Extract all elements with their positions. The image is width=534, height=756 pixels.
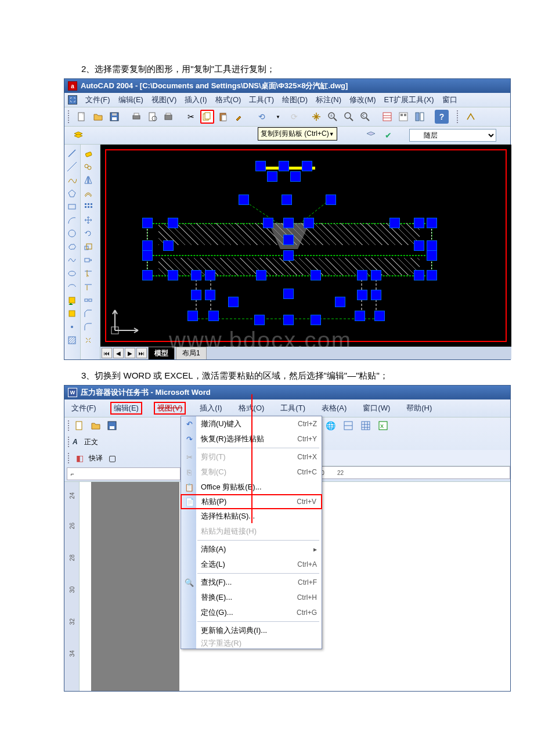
layer-states-button[interactable]: ✔ <box>381 128 395 142</box>
word-menu-table[interactable]: 表格(A) <box>322 403 347 413</box>
tab-next[interactable]: ▶ <box>125 348 135 358</box>
word-menu-file[interactable]: 文件(F) <box>71 403 96 413</box>
wtb-hyperlink[interactable]: 🌐 <box>324 419 338 433</box>
toolbar-grip[interactable] <box>68 110 71 123</box>
erase-tool[interactable] <box>81 147 96 160</box>
menu-view[interactable]: 视图(V) <box>151 95 176 105</box>
makeblock-tool[interactable] <box>64 307 80 320</box>
mi-goto[interactable]: 定位(G)...Ctrl+G <box>181 605 322 620</box>
zoom-realtime-button[interactable]: ± <box>326 110 340 124</box>
offset-tool[interactable] <box>81 187 96 200</box>
mi-ime-dict[interactable]: 更新输入法词典(I)... <box>181 623 322 638</box>
quicktrans-label[interactable]: 快译 <box>89 453 103 463</box>
mi-clear[interactable]: 清除(A)▸ <box>181 542 322 557</box>
matchprop-button[interactable] <box>233 110 247 124</box>
open-button[interactable] <box>91 110 105 124</box>
tab-last[interactable]: ⏭ <box>136 348 147 358</box>
redo-button[interactable]: ⟳ <box>287 110 301 124</box>
undo-button[interactable]: ⟲ <box>255 110 269 124</box>
wtb-insert-xls[interactable]: X <box>376 419 390 433</box>
insertblock-tool[interactable] <box>64 294 80 307</box>
pline-tool[interactable] <box>64 174 80 186</box>
word-save-button[interactable] <box>105 419 119 433</box>
arc-tool[interactable] <box>64 214 80 226</box>
trim-tool[interactable] <box>81 267 96 280</box>
menu-insert[interactable]: 插入(I) <box>185 95 207 105</box>
save-button[interactable] <box>107 110 121 124</box>
spline-tool[interactable] <box>64 254 80 267</box>
chamfer-tool[interactable] <box>81 307 96 320</box>
mirror-tool[interactable] <box>81 174 96 186</box>
model-tab[interactable]: 模型 <box>148 347 175 360</box>
draworder-button[interactable] <box>464 110 478 124</box>
menu-dim[interactable]: 标注(N) <box>316 95 341 105</box>
revcloud-tool[interactable] <box>64 240 80 253</box>
point-tool[interactable] <box>64 321 80 333</box>
quicktrans-icon[interactable]: ◧ <box>73 451 86 465</box>
help-button[interactable]: ? <box>435 110 449 124</box>
quicktrans-btn[interactable]: ▢ <box>105 451 119 465</box>
extend-tool[interactable] <box>81 280 96 293</box>
new-button[interactable] <box>75 110 89 124</box>
break-tool[interactable] <box>81 294 96 307</box>
array-tool[interactable] <box>81 200 96 213</box>
hatch-tool[interactable] <box>64 334 80 347</box>
layout1-tab[interactable]: 布局1 <box>176 347 207 360</box>
tab-first[interactable]: ⏮ <box>102 348 112 358</box>
word-menu-view[interactable]: 视图(V) <box>154 402 186 415</box>
fillet-tool[interactable] <box>81 321 96 333</box>
menu-modify[interactable]: 修改(M) <box>349 95 376 105</box>
zoom-previous-button[interactable] <box>358 110 372 124</box>
properties-button[interactable] <box>380 110 394 124</box>
copyclip-button[interactable] <box>200 110 214 124</box>
zoom-window-button[interactable] <box>342 110 356 124</box>
layermanager-button[interactable] <box>71 128 85 142</box>
word-menu-edit[interactable]: 编辑(E) <box>110 402 142 415</box>
paste-button[interactable] <box>217 110 230 124</box>
move-tool[interactable] <box>81 214 96 226</box>
word-menu-help[interactable]: 帮助(H) <box>406 403 432 413</box>
wtb-insert-table[interactable] <box>359 419 373 433</box>
designcenter-button[interactable] <box>396 110 410 124</box>
word-style-label[interactable]: 正文 <box>84 437 113 447</box>
xline-tool[interactable] <box>64 160 80 173</box>
line-tool[interactable] <box>64 147 80 160</box>
menu-file[interactable]: 文件(F) <box>85 95 110 105</box>
toolpalettes-button[interactable] <box>413 110 427 124</box>
explode-tool[interactable] <box>81 334 96 347</box>
word-open-button[interactable] <box>89 419 103 433</box>
tab-indent-marker[interactable]: ⌐ <box>71 471 74 477</box>
prev-layer-button[interactable] <box>364 128 378 142</box>
menu-tools[interactable]: 工具(T) <box>249 95 274 105</box>
ellipse-tool[interactable] <box>64 267 80 280</box>
word-new-button[interactable] <box>73 419 86 433</box>
mi-find[interactable]: 🔍查找(F)...Ctrl+F <box>181 575 322 590</box>
menu-et[interactable]: ET扩展工具(X) <box>384 95 434 105</box>
copy-tool[interactable] <box>81 160 96 173</box>
circle-tool[interactable] <box>64 227 80 240</box>
menu-format[interactable]: 格式(O) <box>215 95 241 105</box>
stretch-tool[interactable] <box>81 254 96 267</box>
scale-tool[interactable] <box>81 240 96 253</box>
publish-button[interactable] <box>162 110 176 124</box>
rectangle-tool[interactable] <box>64 200 80 213</box>
word-menu-window[interactable]: 窗口(W) <box>363 403 390 413</box>
preview-button[interactable] <box>146 110 160 124</box>
toolbar-grip-2[interactable] <box>457 110 460 123</box>
undo-dropdown[interactable]: ▼ <box>271 110 285 124</box>
tab-prev[interactable]: ◀ <box>113 348 124 358</box>
mi-replace[interactable]: 替换(E)...Ctrl+H <box>181 590 322 605</box>
mi-selectall[interactable]: 全选(L)Ctrl+A <box>181 557 322 572</box>
print-button[interactable] <box>129 110 143 124</box>
rotate-tool[interactable] <box>81 227 96 240</box>
menu-edit[interactable]: 编辑(E) <box>118 95 143 105</box>
word-menu-tools[interactable]: 工具(T) <box>280 403 305 413</box>
ellipsearc-tool[interactable] <box>64 280 80 293</box>
pan-button[interactable] <box>309 110 323 124</box>
wtb-tables-borders[interactable] <box>341 419 355 433</box>
polygon-tool[interactable] <box>64 187 80 200</box>
mi-reconvert[interactable]: 汉字重选(R) <box>181 638 322 649</box>
menu-window[interactable]: 窗口 <box>442 95 457 105</box>
mi-paste-hyperlink[interactable]: 粘贴为超链接(H) <box>181 524 322 539</box>
word-vertical-ruler[interactable]: 24 26 28 30 32 34 <box>64 482 80 691</box>
